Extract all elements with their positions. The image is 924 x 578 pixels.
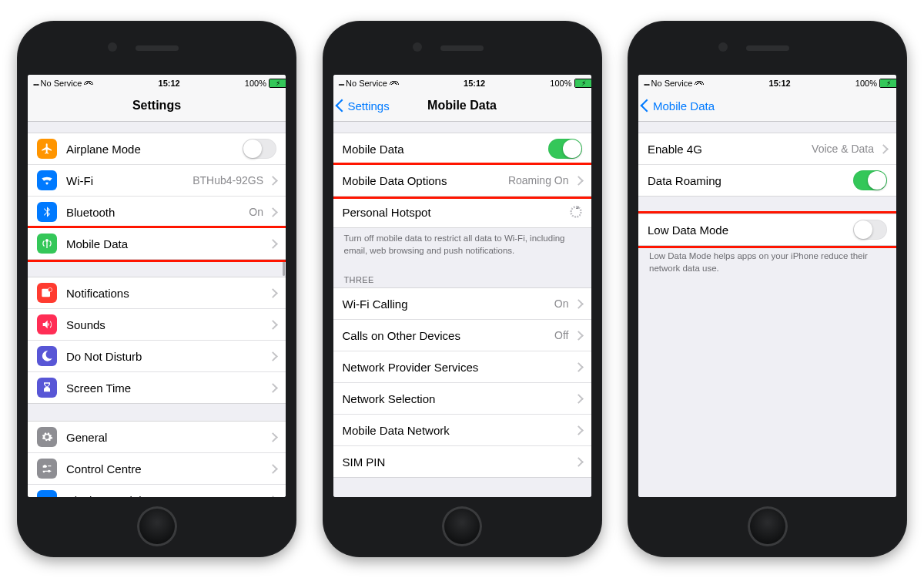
sounds-icon [37,314,57,334]
phone-settings: No Service 15:12 100% ⚡︎ Settings Airpla… [17,21,296,557]
notifications-icon [37,283,57,303]
chevron-right-icon [268,288,278,298]
row-dnd[interactable]: Do Not Disturb [28,341,286,372]
front-camera [718,42,728,52]
home-button[interactable] [137,506,177,546]
row-wifi-calling[interactable]: Wi-Fi Calling On [333,287,591,320]
mobile-data-list[interactable]: Mobile Data Mobile Data Options Roaming … [333,122,591,497]
charging-icon: ⚡︎ [886,79,891,87]
airplane-icon [37,139,57,159]
row-data-roaming[interactable]: Data Roaming [638,165,896,197]
back-button[interactable]: Mobile Data [642,99,715,113]
options-detail: Roaming On [508,174,569,187]
row-personal-hotspot[interactable]: Personal Hotspot [333,197,591,228]
row-airplane-mode[interactable]: Airplane Mode [28,133,286,165]
status-bar: No Service 15:12 100%⚡︎ [333,75,591,90]
row-mobile-data-options[interactable]: Mobile Data Options Roaming On [333,165,591,197]
navbar: Mobile Data [638,90,896,122]
row-notifications[interactable]: Notifications [28,277,286,309]
row-label: Airplane Mode [66,143,243,156]
carrier-text: No Service [346,79,387,88]
row-label: Personal Hotspot [343,206,570,219]
row-calls-other-devices[interactable]: Calls on Other Devices Off [333,320,591,351]
row-sim-pin[interactable]: SIM PIN [333,446,591,478]
home-button[interactable] [442,506,482,546]
row-screen-time[interactable]: Screen Time [28,372,286,404]
row-detail: On [554,297,569,310]
row-label: Do Not Disturb [66,350,266,363]
back-label: Mobile Data [653,99,715,113]
row-sounds[interactable]: Sounds [28,309,286,341]
screen: No Service 15:12 100% ⚡︎ Settings Airpla… [28,75,286,497]
wifi-icon [695,80,704,87]
row-general[interactable]: General [28,421,286,453]
row-bluetooth[interactable]: Bluetooth On [28,197,286,228]
speaker-grille [136,45,179,51]
status-bar: No Service 15:12 100%⚡︎ [638,75,896,90]
row-network-selection[interactable]: Network Selection [333,383,591,415]
row-wifi[interactable]: Wi-Fi BTHub4-92GS [28,165,286,197]
row-label: Screen Time [66,381,266,395]
row-mobile-data-toggle[interactable]: Mobile Data [333,133,591,165]
row-mobile-data-network[interactable]: Mobile Data Network [333,415,591,446]
home-button[interactable] [748,506,788,546]
chevron-right-icon [879,144,889,154]
row-label: SIM PIN [343,455,572,469]
row-label: Wi-Fi [66,174,192,187]
chevron-right-icon [268,176,278,186]
row-label: Sounds [66,318,266,331]
chevron-right-icon [268,239,278,249]
row-display[interactable]: AA Display & Brightness [28,485,286,497]
chevron-left-icon [641,99,654,113]
gear-icon [37,427,57,447]
chevron-right-icon [574,176,584,186]
row-provider-services[interactable]: Network Provider Services [333,351,591,383]
charging-icon: ⚡︎ [581,79,586,87]
screen: No Service 15:12 100%⚡︎ Mobile Data Enab… [638,75,896,497]
chevron-right-icon [268,432,278,442]
row-mobile-data[interactable]: Mobile Data [28,228,286,260]
clock: 15:12 [464,79,485,88]
row-label: Display & Brightness [66,494,266,498]
back-label: Settings [348,99,390,113]
airplane-toggle[interactable] [243,139,276,159]
bluetooth-detail: On [249,206,263,218]
chevron-right-icon [268,320,278,330]
carrier-text: No Service [651,79,693,88]
settings-list[interactable]: Airplane Mode Wi-Fi BTHub4-92GS Bluetoot… [28,122,286,497]
chevron-right-icon [574,425,584,435]
chevron-right-icon [574,299,584,309]
row-label: Calls on Other Devices [343,329,555,342]
signal-dots-icon [644,79,649,88]
row-label: General [66,431,266,444]
svg-point-1 [44,465,46,467]
row-control-centre[interactable]: Control Centre [28,453,286,485]
back-button[interactable]: Settings [337,99,390,113]
section-header-three: THREE [333,261,591,287]
low-data-toggle[interactable] [853,220,887,240]
navbar-title: Mobile Data [427,99,497,113]
mobile-data-toggle[interactable] [548,139,582,159]
hourglass-icon [37,378,57,398]
chevron-right-icon [574,331,584,341]
data-options-list[interactable]: Enable 4G Voice & Data Data Roaming Low … [638,122,896,497]
footer-text: Turn off mobile data to restrict all dat… [333,228,591,261]
row-label: Mobile Data [343,143,548,156]
row-label: Mobile Data [66,237,266,250]
chevron-right-icon [268,351,278,361]
data-roaming-toggle[interactable] [853,170,887,190]
speaker-grille [440,45,484,51]
moon-icon [37,346,57,366]
speaker-grille [746,45,789,51]
wifi-icon [84,80,93,87]
row-label: Control Centre [66,462,266,476]
row-low-data-mode[interactable]: Low Data Mode [638,213,896,246]
navbar: Settings [28,90,286,122]
row-detail: Off [554,329,568,341]
wifi-row-icon [37,170,57,190]
row-label: Network Selection [343,392,572,405]
chevron-left-icon [335,99,348,113]
svg-point-2 [48,470,50,472]
battery-percent: 100% [245,79,266,88]
row-enable-4g[interactable]: Enable 4G Voice & Data [638,133,896,165]
